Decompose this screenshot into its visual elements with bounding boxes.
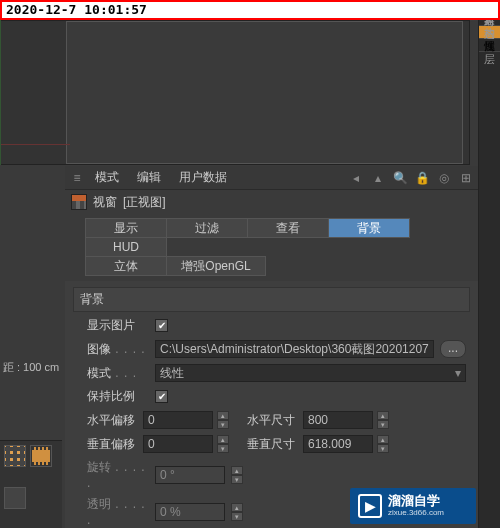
section-title-background: 背景 <box>73 287 470 312</box>
axis-x <box>0 144 70 145</box>
input-image-path[interactable]: C:\Users\Administrator\Desktop\360截图2020… <box>155 340 434 358</box>
timestamp-bar: 2020-12-7 10:01:57 <box>0 0 500 20</box>
panel-menubar: ≡ 模式 编辑 用户数据 ◂ ▴ 🔍 🔒 ◎ ⊞ <box>65 166 478 190</box>
label-h-offset: 水平偏移 <box>87 412 139 429</box>
label-mode: 模式 . . . <box>87 365 149 382</box>
lock-icon[interactable]: 🔒 <box>414 170 430 186</box>
row-h-offset-size: 水平偏移 0 ▴▾ 水平尺寸 800 ▴▾ <box>73 408 470 432</box>
tab-filter[interactable]: 过滤 <box>166 218 248 238</box>
attributes-panel: ≡ 模式 编辑 用户数据 ◂ ▴ 🔍 🔒 ◎ ⊞ 视窗 [正视图] 显示 过滤 … <box>65 166 478 528</box>
label-h-size: 水平尺寸 <box>247 412 299 429</box>
attribute-tabs: 显示 过滤 查看 背景 HUD 立体 增强OpenGL <box>65 214 478 281</box>
tab-view[interactable]: 查看 <box>247 218 329 238</box>
axis-y <box>0 20 1 165</box>
toolbar-icon-3[interactable] <box>4 487 26 509</box>
browse-button[interactable]: ... <box>440 340 466 358</box>
tab-opengl[interactable]: 增强OpenGL <box>166 256 266 276</box>
points-mode-icon[interactable] <box>4 445 26 467</box>
row-show-image: 显示图片 ✔ <box>73 314 470 337</box>
viewport-area[interactable] <box>0 20 470 165</box>
target-icon[interactable]: ◎ <box>436 170 452 186</box>
spinner-opacity: ▴▾ <box>231 503 243 521</box>
input-h-offset[interactable]: 0 <box>143 411 213 429</box>
search-icon[interactable]: 🔍 <box>392 170 408 186</box>
label-keep-ratio: 保持比例 <box>87 388 149 405</box>
nav-up-icon[interactable]: ▴ <box>370 170 386 186</box>
input-v-size[interactable]: 618.009 <box>303 435 373 453</box>
spinner-h-size[interactable]: ▴▾ <box>377 411 389 429</box>
spinner-h-offset[interactable]: ▴▾ <box>217 411 229 429</box>
label-v-offset: 垂直偏移 <box>87 436 139 453</box>
play-icon: ▶ <box>358 494 382 518</box>
watermark: ▶ 溜溜自学 zixue.3d66.com <box>350 488 476 524</box>
film-mode-icon[interactable] <box>30 445 52 467</box>
label-v-size: 垂直尺寸 <box>247 436 299 453</box>
input-opacity: 0 % <box>155 503 225 521</box>
spinner-rotate: ▴▾ <box>231 466 243 484</box>
tab-background[interactable]: 背景 <box>328 218 410 238</box>
row-mode: 模式 . . . 线性 <box>73 361 470 385</box>
row-keep-ratio: 保持比例 ✔ <box>73 385 470 408</box>
menu-userdata[interactable]: 用户数据 <box>171 167 235 188</box>
label-opacity: 透明 . . . . . <box>87 496 149 527</box>
label-show-image: 显示图片 <box>87 317 149 334</box>
label-image: 图像 . . . . <box>87 341 149 358</box>
checkbox-show-image[interactable]: ✔ <box>155 319 168 332</box>
panel-subtitle: [正视图] <box>123 194 166 211</box>
panel-title: 视窗 <box>93 194 117 211</box>
watermark-url: zixue.3d66.com <box>388 509 444 518</box>
spinner-v-offset[interactable]: ▴▾ <box>217 435 229 453</box>
tab-hud[interactable]: HUD <box>85 237 167 257</box>
vtab-layers[interactable]: 层 <box>479 39 500 52</box>
input-rotate: 0 ° <box>155 466 225 484</box>
panel-title-row: 视窗 [正视图] <box>65 190 478 214</box>
tab-display[interactable]: 显示 <box>85 218 167 238</box>
nav-back-icon[interactable]: ◂ <box>348 170 364 186</box>
spinner-v-size[interactable]: ▴▾ <box>377 435 389 453</box>
input-v-offset[interactable]: 0 <box>143 435 213 453</box>
new-tab-icon[interactable]: ⊞ <box>458 170 474 186</box>
viewport-icon <box>71 194 87 210</box>
watermark-brand: 溜溜自学 <box>388 494 444 508</box>
input-h-size[interactable]: 800 <box>303 411 373 429</box>
row-image-path: 图像 . . . . C:\Users\Administrator\Deskto… <box>73 337 470 361</box>
viewport-inner[interactable] <box>66 21 463 164</box>
right-sidebar-tabs: 对象器 构造 属性 层 <box>478 0 500 528</box>
left-toolbar <box>0 440 62 528</box>
menu-edit[interactable]: 编辑 <box>129 167 169 188</box>
label-rotate: 旋转 . . . . . <box>87 459 149 490</box>
checkbox-keep-ratio[interactable]: ✔ <box>155 390 168 403</box>
vtab-attributes[interactable]: 属性 <box>479 26 500 39</box>
menu-mode[interactable]: 模式 <box>87 167 127 188</box>
tab-stereo[interactable]: 立体 <box>85 256 167 276</box>
dropdown-mode[interactable]: 线性 <box>155 364 466 382</box>
grid-distance-label: 距 : 100 cm <box>0 360 62 375</box>
row-v-offset-size: 垂直偏移 0 ▴▾ 垂直尺寸 618.009 ▴▾ <box>73 432 470 456</box>
panel-menu-icon[interactable]: ≡ <box>69 170 85 186</box>
